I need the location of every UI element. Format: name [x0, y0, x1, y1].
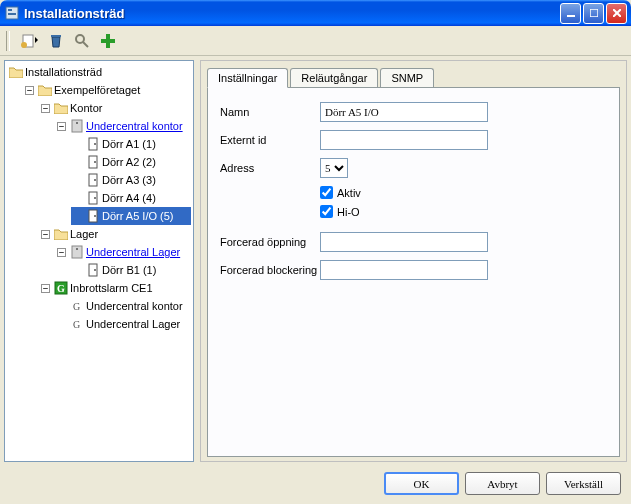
svg-point-19 [94, 161, 96, 163]
tree-door-a1[interactable]: Dörr A1 (1) [71, 135, 191, 153]
tree-company[interactable]: − Exempelföretaget [23, 81, 191, 99]
folder-icon [38, 83, 52, 97]
svg-point-27 [76, 248, 78, 250]
svg-rect-3 [567, 15, 575, 17]
hio-label: Hi-O [337, 206, 360, 218]
tree-label: Dörr A4 (4) [102, 190, 156, 206]
toolbar-grip [6, 31, 10, 51]
tree-label: Undercentral kontor [86, 298, 183, 314]
name-label: Namn [220, 106, 320, 118]
sub-icon: G [70, 299, 84, 313]
maximize-button[interactable] [583, 3, 604, 24]
new-item-button[interactable] [18, 29, 42, 53]
collapse-icon[interactable]: − [41, 284, 50, 293]
tree-door-a3[interactable]: Dörr A3 (3) [71, 171, 191, 189]
ok-button[interactable]: OK [384, 472, 459, 495]
delete-button[interactable] [44, 29, 68, 53]
door-icon [86, 155, 100, 169]
apply-button[interactable]: Verkställ [546, 472, 621, 495]
aktiv-checkbox[interactable] [320, 186, 333, 199]
add-button[interactable] [96, 29, 120, 53]
tree-label: Dörr A3 (3) [102, 172, 156, 188]
titlebar: Installationsträd [0, 0, 631, 26]
svg-point-29 [94, 269, 96, 271]
door-icon [86, 137, 100, 151]
extid-label: Externt id [220, 134, 320, 146]
svg-rect-1 [8, 9, 12, 11]
folder-icon [54, 101, 68, 115]
tree-door-a5[interactable]: Dörr A5 I/O (5) [71, 207, 191, 225]
toolbar [0, 26, 631, 56]
tree-label: Inbrottslarm CE1 [70, 280, 153, 296]
tree-root[interactable]: Installationsträd [7, 63, 191, 81]
tabstrip: Inställningar Reläutgångar SNMP [207, 67, 620, 87]
sub-icon: G [70, 317, 84, 331]
tree-alarm[interactable]: − G Inbrottslarm CE1 [39, 279, 191, 297]
tree-label: Installationsträd [25, 64, 102, 80]
main-area: Installationsträd − Exempelföretaget − [0, 56, 631, 466]
svg-rect-26 [72, 246, 82, 258]
tab-body: Namn Externt id Adress 5 Aktiv Hi-O [207, 87, 620, 457]
cancel-button[interactable]: Avbryt [465, 472, 540, 495]
collapse-icon[interactable]: − [57, 122, 66, 131]
tree-uc-kontor[interactable]: − Undercentral kontor [55, 117, 191, 135]
tree-label: Dörr A5 I/O (5) [102, 208, 174, 224]
search-button[interactable] [70, 29, 94, 53]
tree-label: Dörr A1 (1) [102, 136, 156, 152]
collapse-icon[interactable]: − [25, 86, 34, 95]
svg-text:G: G [73, 301, 80, 312]
tree-group-kontor[interactable]: − Kontor [39, 99, 191, 117]
tree-label: Dörr B1 (1) [102, 262, 156, 278]
tree-label[interactable]: Undercentral kontor [86, 118, 183, 134]
tab-snmp[interactable]: SNMP [380, 68, 434, 88]
svg-point-8 [21, 42, 27, 48]
extid-input[interactable] [320, 130, 488, 150]
tree-group-lager[interactable]: − Lager [39, 225, 191, 243]
addr-label: Adress [220, 162, 320, 174]
tree-label: Exempelföretaget [54, 82, 140, 98]
tree-label: Undercentral Lager [86, 316, 180, 332]
forced-block-input[interactable] [320, 260, 488, 280]
minimize-button[interactable] [560, 3, 581, 24]
alarm-icon: G [54, 281, 68, 295]
name-input[interactable] [320, 102, 488, 122]
tree-pane[interactable]: Installationsträd − Exempelföretaget − [4, 60, 194, 462]
svg-point-17 [94, 143, 96, 145]
folder-icon [54, 227, 68, 241]
forced-open-label: Forcerad öppning [220, 236, 320, 248]
tab-relays[interactable]: Reläutgångar [290, 68, 378, 88]
folder-icon [9, 65, 23, 79]
window-title: Installationsträd [24, 6, 560, 21]
svg-point-21 [94, 179, 96, 181]
svg-rect-9 [51, 35, 61, 37]
collapse-icon[interactable]: − [41, 230, 50, 239]
tree-label[interactable]: Undercentral Lager [86, 244, 180, 260]
svg-rect-13 [101, 39, 115, 43]
tree-door-a4[interactable]: Dörr A4 (4) [71, 189, 191, 207]
tab-settings[interactable]: Inställningar [207, 68, 288, 88]
svg-point-23 [94, 197, 96, 199]
footer: OK Avbryt Verkställ [0, 466, 631, 501]
collapse-icon[interactable]: − [57, 248, 66, 257]
tree-alarm-uc1[interactable]: G Undercentral kontor [55, 297, 191, 315]
svg-rect-14 [72, 120, 82, 132]
svg-text:G: G [57, 283, 65, 294]
svg-text:G: G [73, 319, 80, 330]
forced-open-input[interactable] [320, 232, 488, 252]
door-icon [86, 191, 100, 205]
app-icon [4, 5, 20, 21]
addr-select[interactable]: 5 [320, 158, 348, 178]
tree-door-a2[interactable]: Dörr A2 (2) [71, 153, 191, 171]
close-button[interactable] [606, 3, 627, 24]
svg-point-15 [76, 122, 78, 124]
svg-point-25 [94, 215, 96, 217]
device-icon [70, 119, 84, 133]
door-icon [86, 173, 100, 187]
hio-checkbox[interactable] [320, 205, 333, 218]
tree-uc-lager[interactable]: − Undercentral Lager [55, 243, 191, 261]
collapse-icon[interactable]: − [41, 104, 50, 113]
svg-rect-2 [8, 13, 16, 15]
tree-alarm-uc2[interactable]: G Undercentral Lager [55, 315, 191, 333]
tree-door-b1[interactable]: Dörr B1 (1) [71, 261, 191, 279]
tree-label: Kontor [70, 100, 102, 116]
